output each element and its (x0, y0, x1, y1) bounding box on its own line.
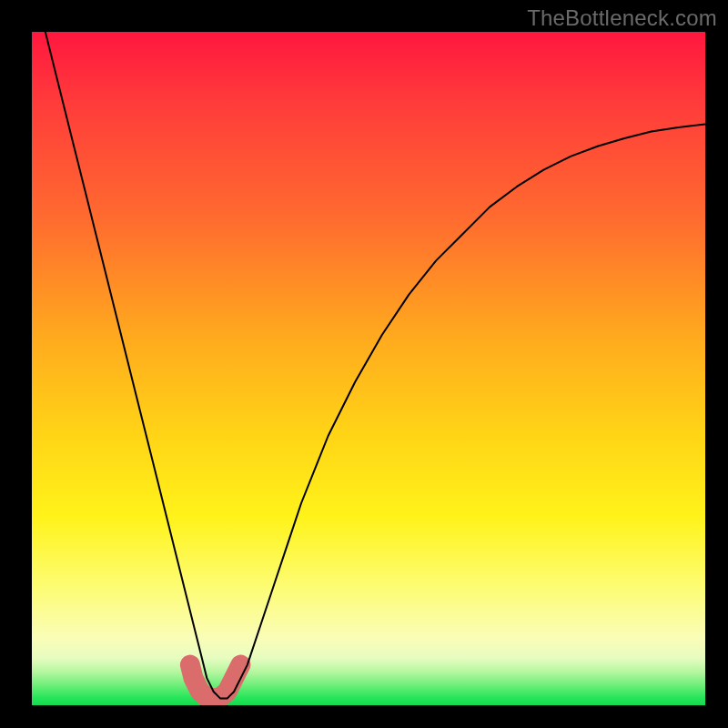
chart-frame: TheBottleneck.com (0, 0, 728, 728)
bottleneck-curve (32, 32, 705, 699)
curve-overlay (32, 32, 705, 705)
watermark-text: TheBottleneck.com (527, 5, 717, 31)
plot-area (32, 32, 705, 705)
